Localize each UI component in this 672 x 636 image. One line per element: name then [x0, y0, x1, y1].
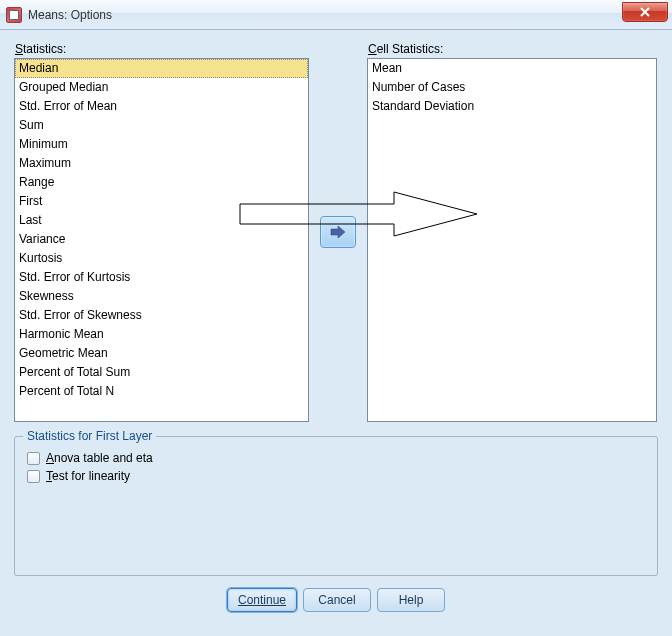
list-item[interactable]: Std. Error of Mean	[15, 97, 308, 116]
statistics-column: Statistics: MedianGrouped MedianStd. Err…	[14, 42, 309, 422]
list-item[interactable]: Harmonic Mean	[15, 325, 308, 344]
list-item[interactable]: First	[15, 192, 308, 211]
anova-label: Anova table and eta	[46, 451, 153, 465]
list-item[interactable]: Kurtosis	[15, 249, 308, 268]
cell-statistics-column: Cell Statistics: MeanNumber of CasesStan…	[367, 42, 657, 422]
cell-statistics-label: Cell Statistics:	[367, 42, 657, 56]
arrow-right-icon	[329, 225, 347, 239]
list-item[interactable]: Percent of Total Sum	[15, 363, 308, 382]
first-layer-groupbox: Statistics for First Layer Anova table a…	[14, 436, 658, 576]
list-item[interactable]: Variance	[15, 230, 308, 249]
linearity-checkbox-row[interactable]: Test for linearity	[27, 469, 645, 483]
statistics-listbox[interactable]: MedianGrouped MedianStd. Error of MeanSu…	[14, 58, 309, 422]
list-item[interactable]: Minimum	[15, 135, 308, 154]
linearity-label: Test for linearity	[46, 469, 130, 483]
button-row: Continue Cancel Help	[14, 588, 658, 612]
move-right-button[interactable]	[320, 216, 356, 248]
continue-button[interactable]: Continue	[227, 588, 297, 612]
close-button[interactable]	[622, 2, 668, 22]
cancel-button[interactable]: Cancel	[303, 588, 371, 612]
list-item[interactable]: Range	[15, 173, 308, 192]
window-title: Means: Options	[28, 8, 112, 22]
list-item[interactable]: Mean	[368, 59, 656, 78]
anova-checkbox-row[interactable]: Anova table and eta	[27, 451, 645, 465]
list-item[interactable]: Grouped Median	[15, 78, 308, 97]
groupbox-title: Statistics for First Layer	[23, 429, 156, 443]
list-item[interactable]: Number of Cases	[368, 78, 656, 97]
list-item[interactable]: Std. Error of Kurtosis	[15, 268, 308, 287]
transfer-column	[309, 42, 367, 422]
linearity-checkbox[interactable]	[27, 470, 40, 483]
list-item[interactable]: Maximum	[15, 154, 308, 173]
cell-statistics-listbox[interactable]: MeanNumber of CasesStandard Deviation	[367, 58, 657, 422]
list-item[interactable]: Skewness	[15, 287, 308, 306]
statistics-label: Statistics:	[14, 42, 309, 56]
list-item[interactable]: Median	[15, 59, 308, 78]
titlebar: Means: Options	[0, 0, 672, 30]
app-icon	[6, 7, 22, 23]
anova-checkbox[interactable]	[27, 452, 40, 465]
help-button[interactable]: Help	[377, 588, 445, 612]
list-item[interactable]: Last	[15, 211, 308, 230]
lists-area: Statistics: MedianGrouped MedianStd. Err…	[14, 42, 658, 422]
list-item[interactable]: Percent of Total N	[15, 382, 308, 401]
close-icon	[640, 7, 650, 17]
list-item[interactable]: Sum	[15, 116, 308, 135]
list-item[interactable]: Geometric Mean	[15, 344, 308, 363]
list-item[interactable]: Standard Deviation	[368, 97, 656, 116]
list-item[interactable]: Std. Error of Skewness	[15, 306, 308, 325]
dialog-content: Statistics: MedianGrouped MedianStd. Err…	[0, 30, 672, 636]
